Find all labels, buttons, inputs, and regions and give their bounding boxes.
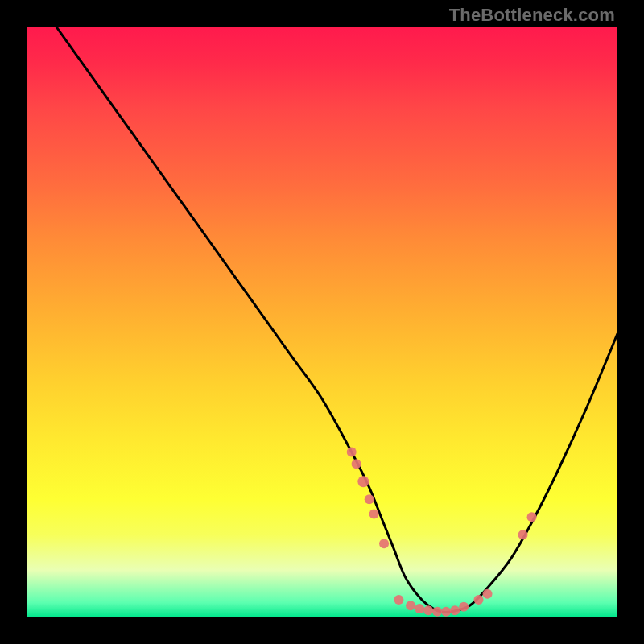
chart-frame: TheBottleneck.com <box>0 0 644 644</box>
marker-dot <box>450 605 460 615</box>
bottleneck-curve <box>56 27 617 613</box>
marker-dot <box>379 539 389 548</box>
marker-dot <box>394 595 403 605</box>
curve-markers <box>347 447 537 616</box>
curve-layer <box>27 27 617 617</box>
marker-dot <box>369 510 379 519</box>
marker-dot <box>415 604 424 613</box>
marker-dot <box>352 459 361 469</box>
attribution-text: TheBottleneck.com <box>449 5 615 26</box>
marker-dot <box>406 601 415 610</box>
marker-dot <box>441 607 451 617</box>
marker-dot <box>357 476 369 487</box>
marker-dot <box>459 602 469 612</box>
marker-dot <box>483 589 493 599</box>
marker-dot <box>365 494 374 504</box>
marker-dot <box>423 605 433 615</box>
marker-dot <box>518 530 528 539</box>
plot-area <box>27 27 617 617</box>
marker-dot <box>474 595 484 605</box>
marker-dot <box>347 447 357 456</box>
marker-dot <box>527 512 537 522</box>
marker-dot <box>432 607 442 617</box>
